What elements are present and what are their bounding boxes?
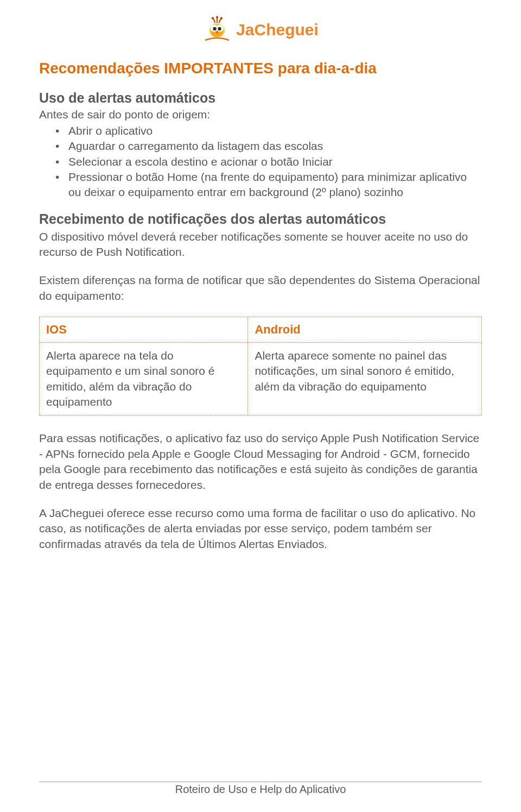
page-title: Recomendações IMPORTANTES para dia-a-dia [39,60,482,77]
svg-point-6 [212,17,214,19]
list-item: Abrir o aplicativo [55,123,482,139]
svg-point-4 [213,27,216,30]
svg-point-8 [220,17,223,19]
os-comparison-table: IOS Alerta aparece na tela do equipament… [39,317,482,416]
list-item: Selecionar a escola destino e acionar o … [55,154,482,169]
body-paragraph: O dispositivo móvel deverá receber notif… [39,229,482,260]
table-cell-ios: Alerta aparece na tela do equipamento e … [40,343,248,416]
svg-point-5 [218,27,221,30]
section-heading-notifications: Recebimento de notificações dos alertas … [39,211,482,227]
page-footer: Roteiro de Uso e Help do Aplicativo [39,782,482,796]
list-item: Pressionar o botão Home (na frente do eq… [55,169,482,200]
table-header-ios: IOS [40,317,248,343]
footer-text: Roteiro de Uso e Help do Aplicativo [175,783,346,795]
svg-point-7 [216,16,218,18]
table-column-ios: IOS Alerta aparece na tela do equipament… [40,317,248,416]
table-cell-android: Alerta aparece somente no painel das not… [248,343,482,416]
list-item: Aguardar o carregamento da listagem das … [55,139,482,154]
table-header-android: Android [248,317,482,343]
brand-header: JaCheguei [39,15,482,45]
brand-logo: JaCheguei [202,15,319,45]
bullet-list: Abrir o aplicativo Aguardar o carregamen… [39,123,482,200]
bird-icon [202,15,232,45]
brand-name: JaCheguei [236,21,319,39]
body-paragraph: Existem diferenças na forma de notificar… [39,273,482,304]
table-column-android: Android Alerta aparece somente no painel… [248,317,482,416]
section-heading-alerts: Uso de alertas automáticos [39,90,482,106]
body-paragraph: Para essas notificações, o aplicativo fa… [39,431,482,492]
section-lead: Antes de sair do ponto de origem: [39,108,482,121]
body-paragraph: A JaCheguei oferece esse recurso como um… [39,506,482,552]
